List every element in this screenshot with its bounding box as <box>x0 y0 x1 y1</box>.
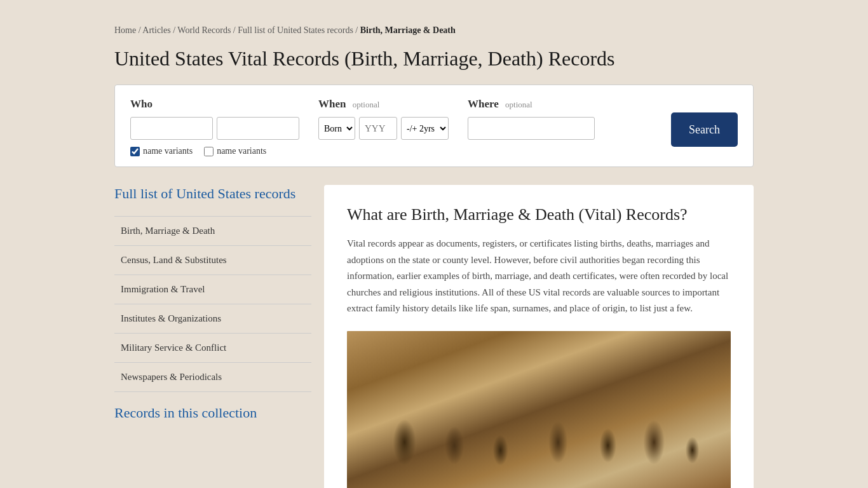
sidebar-item-census-land[interactable]: Census, Land & Substitutes <box>114 246 311 275</box>
where-label: Where optional <box>468 98 658 111</box>
when-label: When optional <box>318 98 449 111</box>
breadcrumb-world-records[interactable]: World Records <box>177 25 231 35</box>
who-label: Who <box>130 98 299 111</box>
search-form: Who name variants name variants When <box>114 85 754 167</box>
breadcrumb-current: Birth, Marriage & Death <box>360 25 456 35</box>
sidebar-item-newspapers-periodicals[interactable]: Newspapers & Periodicals <box>114 363 311 392</box>
search-button[interactable]: Search <box>671 112 738 147</box>
main-description: Vital records appear as documents, regis… <box>347 236 731 317</box>
sidebar-item-institutes-organizations[interactable]: Institutes & Organizations <box>114 304 311 334</box>
name-variants-checkbox2[interactable] <box>204 147 214 156</box>
name-variants-checked-label[interactable]: name variants <box>130 146 193 156</box>
content-area: Full list of United States records Birth… <box>114 185 754 488</box>
sidebar-item-immigration-travel[interactable]: Immigration & Travel <box>114 275 311 304</box>
born-select[interactable]: Born <box>318 117 355 140</box>
breadcrumb-home[interactable]: Home <box>114 25 136 35</box>
search-who-section: Who name variants name variants <box>130 98 299 156</box>
last-name-input[interactable] <box>217 117 299 140</box>
breadcrumb: Home / Articles / World Records / Full l… <box>114 25 754 36</box>
main-section-title: What are Birth, Marriage & Death (Vital)… <box>347 205 731 224</box>
sidebar-item-birth-marriage-death[interactable]: Birth, Marriage & Death <box>114 217 311 246</box>
breadcrumb-full-list[interactable]: Full list of United States records <box>238 25 353 35</box>
year-input[interactable] <box>359 117 397 140</box>
search-where-section: Where optional <box>468 98 658 140</box>
sidebar-nav: Birth, Marriage & Death Census, Land & S… <box>114 216 311 392</box>
where-optional: optional <box>505 100 532 109</box>
records-collection-title: Records in this collection <box>114 405 311 421</box>
page-title: United States Vital Records (Birth, Marr… <box>114 47 754 71</box>
where-input[interactable] <box>468 117 595 140</box>
photo-placeholder <box>347 331 731 489</box>
name-variants-checkbox1[interactable] <box>130 147 140 156</box>
range-select[interactable]: -/+ 2yrs <box>401 117 449 140</box>
sidebar-item-military-service[interactable]: Military Service & Conflict <box>114 334 311 363</box>
main-content: What are Birth, Marriage & Death (Vital)… <box>324 185 754 488</box>
first-name-input[interactable] <box>130 117 213 140</box>
search-when-section: When optional Born -/+ 2yrs <box>318 98 449 140</box>
breadcrumb-articles[interactable]: Articles <box>142 25 170 35</box>
full-list-link[interactable]: Full list of United States records <box>114 185 311 203</box>
when-optional: optional <box>353 100 380 109</box>
name-variants-unchecked-label[interactable]: name variants <box>204 146 266 156</box>
family-photo <box>347 331 731 489</box>
photo-silhouette <box>347 331 731 489</box>
sidebar: Full list of United States records Birth… <box>114 185 311 421</box>
